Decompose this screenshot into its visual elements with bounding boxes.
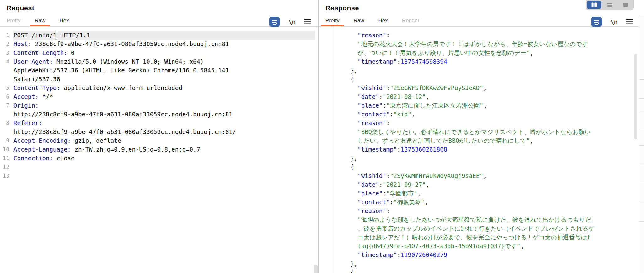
code-row: lag{d64779fe-b407-4073-a3db-45b91da9f037…: [319, 242, 644, 250]
line-number: [0, 127, 13, 136]
newline-toggle[interactable]: \n: [610, 19, 618, 25]
code-row: Safari/537.36: [0, 75, 318, 83]
code-row: http://238c8cf9-a9be-47f0-a631-080af3305…: [0, 127, 318, 136]
code-row: 11Connection: close: [0, 154, 318, 163]
vertical-scrollbar-thumb[interactable]: [634, 54, 637, 139]
code-row: {: [319, 268, 644, 273]
split-columns-icon[interactable]: [587, 1, 601, 9]
line-number: 11: [0, 154, 13, 163]
soft-wrap-toggle-icon[interactable]: [269, 17, 280, 27]
code-row: 3Content-Length: 0: [0, 48, 318, 57]
line-number: [0, 110, 13, 119]
response-panel: Response Pretty Raw Hex Render \n "reaso…: [319, 0, 644, 273]
code-row: "地元の花火大会！大学生の男です！！はずかしながら、年齢=彼女いない歴なのです: [319, 40, 644, 48]
hamburger-menu-icon[interactable]: [304, 19, 311, 24]
code-row: 6Accept: */*: [0, 92, 318, 101]
response-tab-raw[interactable]: Raw: [353, 15, 364, 26]
layout-switcher: [586, 0, 634, 10]
line-number: 13: [0, 171, 13, 180]
soft-wrap-toggle-icon[interactable]: [591, 17, 602, 27]
line-number: 10: [0, 145, 13, 154]
request-tab-raw[interactable]: Raw: [35, 15, 45, 26]
code-row: 。彼を携帯店のカップルのイベントに連れて行きたい（イベントでプレゼントされるゲ: [319, 224, 644, 233]
request-tab-hex[interactable]: Hex: [59, 15, 69, 26]
code-row: 7Origin:: [0, 101, 318, 110]
code-row: AppleWebKit/537.36 (KHTML, like Gecko) C…: [0, 66, 318, 75]
response-editor[interactable]: "reason": "地元の花火大会！大学生の男です！！はずかしながら、年齢=彼…: [319, 27, 644, 273]
line-number: 3: [0, 48, 13, 57]
code-row: が、ついに！！勇気をぶり絞り、片思い中の女性を念願のデー",: [319, 48, 644, 57]
response-toolbar: \n: [591, 17, 633, 27]
code-row: 12: [0, 163, 318, 171]
code-row: },: [319, 66, 644, 75]
split-rows-icon[interactable]: [602, 1, 617, 9]
code-row: "reason":: [319, 31, 644, 40]
code-row: "wishid":"2SyKwMmHrAUkWdyXUgj9saEE",: [319, 171, 644, 180]
line-number: 9: [0, 136, 13, 145]
response-tab-hex[interactable]: Hex: [378, 15, 388, 26]
code-row: "place":"学園都市",: [319, 189, 644, 198]
code-row: 1POST /info/1 HTTP/1.1: [0, 31, 318, 40]
code-row: "date":"2021-09-27",: [319, 180, 644, 189]
code-row: 2Host: 238c8cf9-a9be-47f0-a631-080af3305…: [0, 40, 318, 48]
code-row: "海胆のような顔をしたあいつが大霸星祭で私に負けた、彼を連れて出かけるつもりだ: [319, 215, 644, 224]
line-number: 5: [0, 83, 13, 92]
code-row: したい、ずっと友達と計画してたBBQがしたいので晴れにして",: [319, 136, 644, 145]
text-cursor: [57, 32, 57, 38]
code-row: "reason":: [319, 206, 644, 215]
divider-drag-handle[interactable]: [314, 265, 318, 273]
code-row: 9Accept-Encoding: gzip, deflate: [0, 136, 318, 145]
code-row: "date":"2021-08-12",: [319, 92, 644, 101]
code-row: http://238c8cf9-a9be-47f0-a631-080af3305…: [0, 110, 318, 119]
code-row: "BBQ楽しくやりたい。必ず晴れにできるとかマジリスペクト、噂がホントならお願い: [319, 127, 644, 136]
panel-resize-divider[interactable]: [318, 0, 319, 273]
request-toolbar: \n: [269, 17, 311, 27]
code-row: 4User-Agent: Mozilla/5.0 (Windows NT 10.…: [0, 57, 318, 66]
response-tab-render[interactable]: Render: [402, 15, 420, 26]
line-number: 12: [0, 163, 13, 171]
code-row: "timestamp":1190726040279: [319, 250, 644, 259]
code-row: "contact":"kid",: [319, 110, 644, 119]
single-panel-icon[interactable]: [618, 1, 633, 9]
line-number: 8: [0, 119, 13, 127]
code-row: "timestamp":1375474598394: [319, 57, 644, 66]
response-tab-pretty[interactable]: Pretty: [325, 15, 339, 26]
line-number: 6: [0, 92, 13, 101]
request-tab-pretty[interactable]: Pretty: [7, 15, 20, 26]
hamburger-menu-icon[interactable]: [626, 19, 633, 24]
code-row: "wishid":"2SeGWFSfDKAwZwFvPuySJeAD",: [319, 83, 644, 92]
scroll-marker-strip: [639, 16, 644, 273]
line-number: 7: [0, 101, 13, 110]
line-number: 1: [0, 31, 13, 40]
request-panel-title: Request: [7, 4, 34, 12]
code-row: "contact":"御坂美琴",: [319, 198, 644, 206]
response-panel-title: Response: [325, 4, 359, 12]
code-row: 10Accept-Language: zh-TW,zh;q=0.9,en-US;…: [0, 145, 318, 154]
code-row: },: [319, 154, 644, 163]
code-row: "timestamp":1375360261868: [319, 145, 644, 154]
request-editor[interactable]: 1POST /info/1 HTTP/1.12Host: 238c8cf9-a9…: [0, 27, 318, 273]
code-row: "reason":: [319, 119, 644, 127]
line-number: 4: [0, 57, 13, 66]
code-row: },: [319, 259, 644, 268]
newline-toggle[interactable]: \n: [288, 19, 296, 25]
request-panel: Request Pretty Raw Hex \n 1POST /info/1 …: [0, 0, 318, 273]
line-number: [0, 66, 13, 75]
code-row: 13: [0, 171, 318, 180]
code-row: {: [319, 163, 644, 171]
code-row: "place":"東京湾に面した江東区立若洲公園",: [319, 101, 644, 110]
line-number: 2: [0, 40, 13, 48]
burp-repeater-view: { "colors": { "accent_orange": "#e5673c"…: [0, 0, 644, 273]
code-row: コ太は超レアだ！）晴れの日が必要で、彼を完全にやっつける！ゲコ太の抽選番号はf: [319, 233, 644, 242]
code-row: 8Referer:: [0, 119, 318, 127]
code-row: {: [319, 75, 644, 83]
line-number: [0, 75, 13, 83]
code-row: 5Content-Type: application/x-www-form-ur…: [0, 83, 318, 92]
